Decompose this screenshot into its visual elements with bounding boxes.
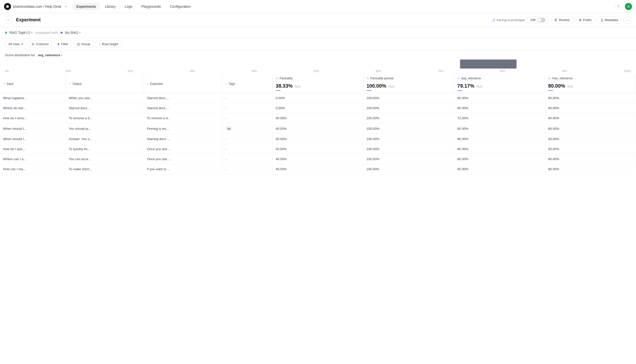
cell-output: You can acce... xyxy=(66,154,144,164)
cell-output: You should pi... xyxy=(66,123,144,134)
max-relevance-underline xyxy=(548,90,553,91)
table-body: What happens...When you star...Starred d… xyxy=(0,93,636,174)
review-button[interactable]: ☰ Review xyxy=(551,17,573,23)
cell-input: How do I quic... xyxy=(0,144,66,154)
columns-label: Columns xyxy=(36,42,49,46)
cell-output: When you star... xyxy=(66,93,144,103)
cell-expected: Once you star ... xyxy=(144,154,222,164)
cell-tags: – xyxy=(222,144,273,154)
nav-tab-library[interactable]: Library xyxy=(101,3,119,10)
exp1-name[interactable]: RAG TopK=2 ▾ xyxy=(10,31,33,35)
max-relevance-col-label: max_relevance xyxy=(552,77,573,80)
factuality-avg-label: AVG xyxy=(295,85,301,88)
back-button[interactable]: ← xyxy=(5,17,12,24)
more-button[interactable]: ··· xyxy=(624,17,631,24)
factuality-col-icon: % xyxy=(276,77,278,80)
table-row[interactable]: When should I...Answer: You s...Starring… xyxy=(0,134,636,144)
exp2-chevron: ▾ xyxy=(79,31,81,34)
page-title: Experiment xyxy=(16,17,41,23)
row-height-button[interactable]: ↕ Row height xyxy=(96,41,122,47)
cell-factuality_parsed: 100.00% xyxy=(363,93,454,103)
branch-icon: ⎇ xyxy=(491,18,495,22)
group-button[interactable]: ▤ Group xyxy=(74,41,94,47)
table-row[interactable]: Where can I a...You can acce...Once you … xyxy=(0,154,636,164)
diff-toggle[interactable]: Diff xyxy=(527,17,549,24)
branch-name: tracing-ui-prototype xyxy=(497,18,525,22)
logo xyxy=(4,3,11,10)
factuality-parsed-avg-label: AVG xyxy=(388,85,394,88)
tags-col-label: Tags xyxy=(229,82,235,86)
filter-button[interactable]: ⧗ Filter xyxy=(54,41,72,48)
cell-factuality_parsed: 100.00% xyxy=(363,103,454,113)
cell-output: Answer: You s... xyxy=(66,134,144,144)
exp2-name[interactable]: No RAG ▾ xyxy=(65,31,81,35)
col-header-factuality: % Factuality 38.33% AVG xyxy=(273,75,363,93)
branch-tag: ⎇ tracing-ui-prototype xyxy=(491,18,525,22)
cell-tags: – xyxy=(222,93,273,103)
avatar[interactable]: A xyxy=(625,3,632,10)
review-label: Review xyxy=(559,18,570,22)
cell-expected: To remove a d... xyxy=(144,113,222,123)
factuality-avg: 38.33% xyxy=(276,83,293,89)
metadata-button[interactable]: {} Metadata xyxy=(598,17,621,23)
cell-max_relevance: 80.00% xyxy=(545,103,636,113)
data-table-wrapper: ⇒ Input ↗ Output xyxy=(0,75,636,353)
cell-avg_relevance: 80.00% xyxy=(454,123,545,134)
cell-input: How can I ma... xyxy=(0,164,66,174)
avg-relevance-underline xyxy=(457,90,462,91)
cell-factuality: 0.00% xyxy=(273,93,363,103)
table-row[interactable]: What happens...When you star...Starred d… xyxy=(0,93,636,103)
nav-right: ? A xyxy=(615,3,632,10)
metadata-icon: {} xyxy=(601,18,603,22)
cell-input: What happens... xyxy=(0,93,66,103)
factuality-parsed-underline xyxy=(366,90,371,91)
diff-label: Diff xyxy=(531,18,535,22)
cell-max_relevance: 80.00% xyxy=(545,134,636,144)
input-col-icon: ⇒ xyxy=(3,82,5,85)
factuality-parsed-avg: 100.00% xyxy=(366,83,386,89)
nav-tab-experiments[interactable]: Experiments xyxy=(73,3,99,10)
max-relevance-col-icon: % xyxy=(548,77,551,80)
public-icon: ⊕ xyxy=(579,18,582,22)
cell-expected: Starring docs ... xyxy=(144,134,222,144)
score-dist-metric: avg_relevance xyxy=(38,53,60,57)
cell-factuality: 40.00% xyxy=(273,134,363,144)
table-row[interactable]: When should I...You should pi...Pinning … xyxy=(0,123,636,134)
columns-button[interactable]: ⊞ Columns xyxy=(28,41,52,47)
cell-expected: Pinning is rec... xyxy=(144,123,222,134)
factuality-parsed-col-icon: % xyxy=(366,77,369,80)
table-row[interactable]: Where do star...Starred docs ...Starred … xyxy=(0,103,636,113)
col-header-output: ↗ Output xyxy=(66,75,144,93)
all-rows-label: All rows xyxy=(8,42,20,46)
exp1-chevron: ▾ xyxy=(31,31,33,34)
cell-max_relevance: 80.00% xyxy=(545,164,636,174)
cell-input: When should I... xyxy=(0,123,66,134)
score-distribution: Score distribution for avg_relevance ▾ 0… xyxy=(0,50,636,75)
score-dist-chevron[interactable]: ▾ xyxy=(61,53,63,57)
all-rows-button[interactable]: All rows ▾ xyxy=(5,41,26,47)
nav-tab-playgrounds[interactable]: Playgrounds xyxy=(138,3,164,10)
avg-relevance-avg-label: AVG xyxy=(476,85,482,88)
cell-factuality_parsed: 100.00% xyxy=(363,123,454,134)
cell-output: To make short... xyxy=(66,164,144,174)
chart-labels: 0% 10% 20% 30% 40% 50% 60% 70% 80% 90% 1… xyxy=(5,69,631,73)
public-button[interactable]: ⊕ Public xyxy=(576,17,595,23)
help-icon[interactable]: ? xyxy=(615,3,622,10)
table-header: ⇒ Input ↗ Output xyxy=(0,75,636,93)
table-row[interactable]: How can I ma...To make short...If you wa… xyxy=(0,164,636,174)
table-row[interactable]: How do I quic...To quickly fin...Once yo… xyxy=(0,144,636,154)
cell-avg_relevance: 80.00% xyxy=(454,134,545,144)
cell-input: How do I remo... xyxy=(0,113,66,123)
score-dist-label: Score distribution for avg_relevance ▾ xyxy=(5,53,631,57)
cell-max_relevance: 80.00% xyxy=(545,144,636,154)
max-relevance-avg-label: AVG xyxy=(567,85,573,88)
sub-header-actions: ⎇ tracing-ui-prototype Diff ☰ Review ⊕ P… xyxy=(491,17,631,24)
diff-switch[interactable] xyxy=(537,18,545,22)
logo-dot xyxy=(6,5,9,8)
nav-tab-configuration[interactable]: Configuration xyxy=(166,3,194,10)
table-row[interactable]: How do I remo...To remove a d...To remov… xyxy=(0,113,636,123)
nav-tab-logs[interactable]: Logs xyxy=(121,3,136,10)
expected-col-label: Expected xyxy=(150,82,163,86)
avg-relevance-col-icon: % xyxy=(457,77,460,80)
cell-factuality: 40.00% xyxy=(273,123,363,134)
